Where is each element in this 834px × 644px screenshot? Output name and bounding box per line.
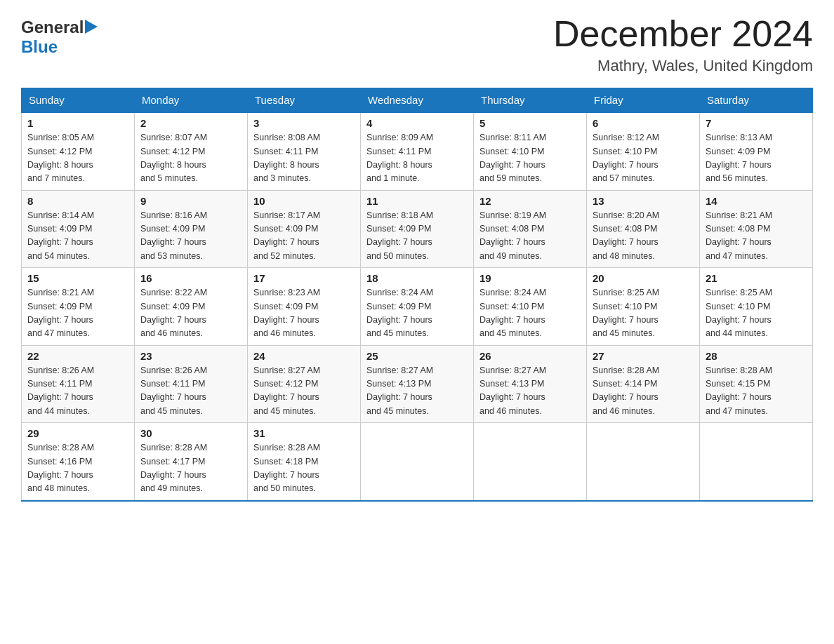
day-info: Sunrise: 8:23 AMSunset: 4:09 PMDaylight:… [253,286,355,341]
day-number: 3 [253,117,355,129]
calendar-day-cell: 3Sunrise: 8:08 AMSunset: 4:11 PMDaylight… [248,112,361,190]
location-subtitle: Mathry, Wales, United Kingdom [553,57,813,75]
header-thursday: Thursday [474,88,587,113]
day-number: 23 [140,350,241,362]
day-info: Sunrise: 8:27 AMSunset: 4:12 PMDaylight:… [253,364,355,419]
page-header: General Blue December 2024 Mathry, Wales… [21,14,813,75]
header-wednesday: Wednesday [361,88,474,113]
day-number: 13 [593,195,694,207]
day-number: 28 [706,350,807,362]
day-info: Sunrise: 8:26 AMSunset: 4:11 PMDaylight:… [140,364,241,419]
day-info: Sunrise: 8:27 AMSunset: 4:13 PMDaylight:… [366,364,468,419]
calendar-day-cell: 9Sunrise: 8:16 AMSunset: 4:09 PMDaylight… [135,190,248,268]
day-number: 7 [706,117,807,129]
calendar-day-cell: 20Sunrise: 8:25 AMSunset: 4:10 PMDayligh… [587,268,700,346]
header-sunday: Sunday [22,88,135,113]
logo-blue: Blue [21,37,58,56]
day-number: 31 [253,427,355,439]
logo: General Blue [21,18,98,57]
day-number: 8 [27,195,128,207]
day-info: Sunrise: 8:17 AMSunset: 4:09 PMDaylight:… [253,209,355,264]
calendar-day-cell [361,423,474,501]
calendar-day-cell [474,423,587,501]
calendar-day-cell: 26Sunrise: 8:27 AMSunset: 4:13 PMDayligh… [474,345,587,423]
header-saturday: Saturday [700,88,813,113]
logo-arrow-icon [85,20,98,36]
day-info: Sunrise: 8:16 AMSunset: 4:09 PMDaylight:… [140,209,241,264]
calendar-day-cell [587,423,700,501]
day-number: 16 [140,272,241,284]
month-year-title: December 2024 [553,14,813,54]
day-info: Sunrise: 8:11 AMSunset: 4:10 PMDaylight:… [479,131,581,186]
day-number: 12 [479,195,581,207]
header-friday: Friday [587,88,700,113]
day-number: 22 [27,350,128,362]
calendar-day-cell: 6Sunrise: 8:12 AMSunset: 4:10 PMDaylight… [587,112,700,190]
day-number: 11 [366,195,468,207]
day-number: 17 [253,272,355,284]
day-number: 9 [140,195,241,207]
title-block: December 2024 Mathry, Wales, United King… [553,14,813,75]
calendar-day-cell: 28Sunrise: 8:28 AMSunset: 4:15 PMDayligh… [700,345,813,423]
day-number: 2 [140,117,241,129]
calendar-day-cell: 13Sunrise: 8:20 AMSunset: 4:08 PMDayligh… [587,190,700,268]
day-info: Sunrise: 8:08 AMSunset: 4:11 PMDaylight:… [253,131,355,186]
day-number: 15 [27,272,128,284]
header-tuesday: Tuesday [248,88,361,113]
day-number: 10 [253,195,355,207]
calendar-day-cell: 2Sunrise: 8:07 AMSunset: 4:12 PMDaylight… [135,112,248,190]
day-number: 30 [140,427,241,439]
weekday-header-row: Sunday Monday Tuesday Wednesday Thursday… [22,88,813,113]
day-info: Sunrise: 8:28 AMSunset: 4:15 PMDaylight:… [706,364,807,419]
day-info: Sunrise: 8:22 AMSunset: 4:09 PMDaylight:… [140,286,241,341]
calendar-day-cell: 15Sunrise: 8:21 AMSunset: 4:09 PMDayligh… [22,268,135,346]
calendar-day-cell: 22Sunrise: 8:26 AMSunset: 4:11 PMDayligh… [22,345,135,423]
logo-general: General [21,18,84,37]
day-info: Sunrise: 8:28 AMSunset: 4:18 PMDaylight:… [253,441,355,496]
calendar-day-cell: 14Sunrise: 8:21 AMSunset: 4:08 PMDayligh… [700,190,813,268]
header-monday: Monday [135,88,248,113]
calendar-day-cell: 7Sunrise: 8:13 AMSunset: 4:09 PMDaylight… [700,112,813,190]
svg-marker-0 [85,20,98,34]
day-info: Sunrise: 8:21 AMSunset: 4:08 PMDaylight:… [706,209,807,264]
calendar-table: Sunday Monday Tuesday Wednesday Thursday… [21,88,813,502]
day-info: Sunrise: 8:05 AMSunset: 4:12 PMDaylight:… [27,131,128,186]
day-info: Sunrise: 8:24 AMSunset: 4:09 PMDaylight:… [366,286,468,341]
calendar-day-cell [700,423,813,501]
day-info: Sunrise: 8:21 AMSunset: 4:09 PMDaylight:… [27,286,128,341]
calendar-day-cell: 18Sunrise: 8:24 AMSunset: 4:09 PMDayligh… [361,268,474,346]
day-info: Sunrise: 8:24 AMSunset: 4:10 PMDaylight:… [479,286,581,341]
day-info: Sunrise: 8:28 AMSunset: 4:16 PMDaylight:… [27,441,128,496]
calendar-week-row: 29Sunrise: 8:28 AMSunset: 4:16 PMDayligh… [22,423,813,501]
calendar-day-cell: 23Sunrise: 8:26 AMSunset: 4:11 PMDayligh… [135,345,248,423]
day-number: 21 [706,272,807,284]
calendar-week-row: 22Sunrise: 8:26 AMSunset: 4:11 PMDayligh… [22,345,813,423]
day-number: 1 [27,117,128,129]
day-info: Sunrise: 8:07 AMSunset: 4:12 PMDaylight:… [140,131,241,186]
day-info: Sunrise: 8:13 AMSunset: 4:09 PMDaylight:… [706,131,807,186]
day-info: Sunrise: 8:18 AMSunset: 4:09 PMDaylight:… [366,209,468,264]
day-number: 27 [593,350,694,362]
day-info: Sunrise: 8:27 AMSunset: 4:13 PMDaylight:… [479,364,581,419]
day-number: 29 [27,427,128,439]
day-info: Sunrise: 8:19 AMSunset: 4:08 PMDaylight:… [479,209,581,264]
day-number: 25 [366,350,468,362]
day-number: 4 [366,117,468,129]
calendar-week-row: 1Sunrise: 8:05 AMSunset: 4:12 PMDaylight… [22,112,813,190]
calendar-day-cell: 27Sunrise: 8:28 AMSunset: 4:14 PMDayligh… [587,345,700,423]
day-number: 5 [479,117,581,129]
day-number: 20 [593,272,694,284]
day-info: Sunrise: 8:25 AMSunset: 4:10 PMDaylight:… [593,286,694,341]
calendar-day-cell: 21Sunrise: 8:25 AMSunset: 4:10 PMDayligh… [700,268,813,346]
day-info: Sunrise: 8:25 AMSunset: 4:10 PMDaylight:… [706,286,807,341]
day-number: 18 [366,272,468,284]
day-info: Sunrise: 8:12 AMSunset: 4:10 PMDaylight:… [593,131,694,186]
day-info: Sunrise: 8:28 AMSunset: 4:17 PMDaylight:… [140,441,241,496]
day-info: Sunrise: 8:26 AMSunset: 4:11 PMDaylight:… [27,364,128,419]
calendar-day-cell: 17Sunrise: 8:23 AMSunset: 4:09 PMDayligh… [248,268,361,346]
calendar-day-cell: 29Sunrise: 8:28 AMSunset: 4:16 PMDayligh… [22,423,135,501]
calendar-week-row: 15Sunrise: 8:21 AMSunset: 4:09 PMDayligh… [22,268,813,346]
calendar-day-cell: 30Sunrise: 8:28 AMSunset: 4:17 PMDayligh… [135,423,248,501]
calendar-day-cell: 10Sunrise: 8:17 AMSunset: 4:09 PMDayligh… [248,190,361,268]
calendar-week-row: 8Sunrise: 8:14 AMSunset: 4:09 PMDaylight… [22,190,813,268]
